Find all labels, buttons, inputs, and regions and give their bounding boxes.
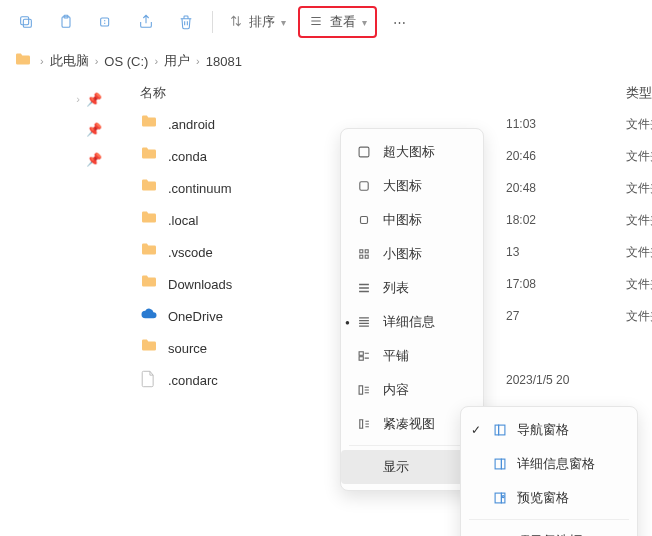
- menu-label: 紧凑视图: [383, 415, 435, 433]
- svg-rect-12: [359, 352, 363, 356]
- menu-label: 中图标: [383, 211, 422, 229]
- submenu-item[interactable]: ✓导航窗格: [461, 413, 637, 447]
- submenu-item[interactable]: 项目复选框: [461, 524, 637, 536]
- menu-icon: [355, 349, 373, 363]
- item-type: 文件夹: [626, 116, 652, 133]
- menu-icon: [355, 417, 373, 431]
- svg-rect-1: [21, 17, 29, 25]
- svg-rect-19: [495, 493, 501, 503]
- svg-rect-11: [365, 255, 368, 258]
- sidebar-item[interactable]: 📌: [0, 114, 118, 144]
- view-button[interactable]: 查看 ▾: [298, 6, 377, 38]
- chevron-down-icon: ▾: [362, 17, 367, 28]
- item-type: 文件夹: [626, 276, 652, 293]
- item-type: 文件夹: [626, 212, 652, 229]
- menu-label: 平铺: [383, 347, 409, 365]
- menu-icon: [355, 213, 373, 227]
- menu-item[interactable]: 大图标: [341, 169, 483, 203]
- submenu-icon: [491, 423, 509, 437]
- menu-item[interactable]: 超大图标: [341, 135, 483, 169]
- view-label: 查看: [330, 13, 356, 31]
- submenu-label: 详细信息窗格: [517, 455, 595, 473]
- menu-icon: [355, 145, 373, 159]
- menu-label: 列表: [383, 279, 409, 297]
- item-date: 13: [506, 245, 626, 259]
- rename-icon[interactable]: [88, 6, 124, 38]
- sidebar-item[interactable]: 📌: [0, 144, 118, 174]
- cloud-icon: [140, 306, 160, 326]
- menu-item[interactable]: 列表: [341, 271, 483, 305]
- item-date: 18:02: [506, 213, 626, 227]
- submenu-item[interactable]: 详细信息窗格: [461, 447, 637, 481]
- toolbar: 排序 ▾ 查看 ▾ ⋯: [0, 0, 652, 44]
- delete-icon[interactable]: [168, 6, 204, 38]
- item-date: 2023/1/5 20: [506, 373, 626, 387]
- svg-rect-5: [359, 147, 369, 157]
- breadcrumb[interactable]: › 此电脑 › OS (C:) › 用户 › 18081: [0, 44, 652, 78]
- svg-point-21: [502, 496, 504, 498]
- menu-item[interactable]: 平铺: [341, 339, 483, 373]
- menu-label: 显示: [383, 458, 409, 476]
- breadcrumb-part[interactable]: OS (C:): [104, 54, 148, 69]
- svg-rect-9: [365, 250, 368, 253]
- menu-item[interactable]: ●详细信息: [341, 305, 483, 339]
- sidebar: ›📌 📌 📌: [0, 78, 118, 536]
- sort-icon: [229, 14, 243, 31]
- chevron-right-icon: ›: [76, 93, 80, 105]
- item-type: 文件夹: [626, 308, 652, 325]
- menu-icon: [355, 248, 373, 260]
- folder-icon: [140, 178, 160, 198]
- svg-rect-7: [361, 217, 368, 224]
- breadcrumb-part[interactable]: 用户: [164, 52, 190, 70]
- column-headers[interactable]: 名称 类型 大小: [118, 78, 652, 108]
- svg-rect-6: [360, 182, 368, 190]
- chevron-down-icon: ▾: [281, 17, 286, 28]
- menu-label: 超大图标: [383, 143, 435, 161]
- svg-rect-18: [501, 459, 505, 469]
- folder-icon: [140, 338, 160, 358]
- copy-icon[interactable]: [8, 6, 44, 38]
- folder-icon: [140, 146, 160, 166]
- list-icon: [308, 14, 324, 31]
- menu-label: 大图标: [383, 177, 422, 195]
- file-icon: [140, 370, 160, 390]
- item-date: 20:48: [506, 181, 626, 195]
- submenu-label: 导航窗格: [517, 421, 569, 439]
- menu-label: 详细信息: [383, 313, 435, 331]
- menu-icon: [355, 315, 373, 329]
- submenu-item[interactable]: 预览窗格: [461, 481, 637, 515]
- item-type: 文件夹: [626, 148, 652, 165]
- show-submenu: ✓导航窗格详细信息窗格预览窗格项目复选框✓文件扩展名隐藏的项目: [460, 406, 638, 536]
- svg-rect-10: [360, 255, 363, 258]
- item-type: 文件夹: [626, 180, 652, 197]
- folder-icon: [14, 52, 32, 70]
- breadcrumb-part[interactable]: 18081: [206, 54, 242, 69]
- column-type[interactable]: 类型: [626, 84, 652, 102]
- paste-icon[interactable]: [48, 6, 84, 38]
- menu-item[interactable]: 小图标: [341, 237, 483, 271]
- menu-icon: [355, 383, 373, 397]
- menu-item[interactable]: 中图标: [341, 203, 483, 237]
- svg-rect-0: [23, 19, 31, 27]
- check-icon: ✓: [471, 423, 481, 437]
- svg-rect-14: [359, 386, 363, 394]
- breadcrumb-part[interactable]: 此电脑: [50, 52, 89, 70]
- item-date: 27: [506, 309, 626, 323]
- menu-icon: [355, 179, 373, 193]
- pin-icon: 📌: [86, 92, 102, 107]
- submenu-label: 预览窗格: [517, 489, 569, 507]
- svg-rect-13: [359, 357, 363, 361]
- sidebar-item[interactable]: ›📌: [0, 84, 118, 114]
- sort-button[interactable]: 排序 ▾: [221, 6, 294, 38]
- share-icon[interactable]: [128, 6, 164, 38]
- item-date: 17:08: [506, 277, 626, 291]
- menu-label: 小图标: [383, 245, 422, 263]
- menu-item[interactable]: 内容: [341, 373, 483, 407]
- svg-rect-16: [499, 425, 505, 435]
- column-name[interactable]: 名称: [140, 84, 630, 102]
- item-date: 20:46: [506, 149, 626, 163]
- more-icon[interactable]: ⋯: [381, 6, 417, 38]
- pin-icon: 📌: [86, 122, 102, 137]
- item-type: 文件夹: [626, 244, 652, 261]
- item-date: 11:03: [506, 117, 626, 131]
